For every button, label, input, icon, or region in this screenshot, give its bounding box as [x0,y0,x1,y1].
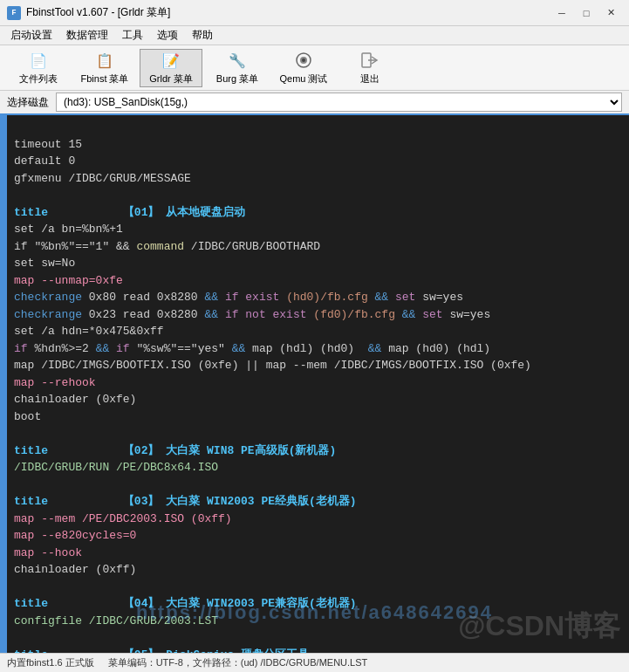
code-blank-1 [14,189,21,202]
code-line-23: map --mem /PE/DBC2003.ISO (0xff) [14,512,232,525]
exit-button[interactable]: 退出 [338,49,401,87]
code-line-7: if "%bn%"=="1" && command /IDBC/GRUB/BOO… [14,240,320,253]
code-blank-3 [14,478,21,491]
menu-data[interactable]: 数据管理 [59,26,115,45]
code-line-13: if %hdn%>=2 && if "%sw%"=="yes" && map (… [14,342,490,355]
title-bar: F FbinstTool v1.607 - [Grldr 菜单] ─ □ ✕ [0,0,629,26]
code-line-25: map --hook [14,546,82,559]
svg-point-2 [302,58,305,62]
code-line-9: map --unmap=0xfe [14,274,123,287]
code-line-19: title 【02】 大白菜 WIN8 PE高级版(新机器) [14,444,336,457]
disk-selector-label: 选择磁盘 [7,95,49,110]
status-middle: 菜单编码：UTF-8，文件路径：(ud) /IDBC/GRUB/MENU.LST [108,656,368,669]
disk-selector-bar: 选择磁盘 (hd3): USB_SanDisk(15g,) [0,91,629,115]
status-bar: 内置fbinst1.6 正式版 菜单编码：UTF-8，文件路径：(ud) /ID… [0,653,629,672]
fbinst-menu-button[interactable]: 📋 Fbinst 菜单 [73,49,136,87]
code-line-8: set sw=No [14,257,75,270]
title-bar-left: F FbinstTool v1.607 - [Grldr 菜单] [7,5,170,20]
code-line-11: checkrange 0x23 read 0x8280 && if not ex… [14,308,490,321]
code-line-20: /IDBC/GRUB/RUN /PE/DBC8x64.ISO [14,461,218,474]
grldr-icon: 📝 [161,50,181,71]
window-title: FbinstTool v1.607 - [Grldr 菜单] [26,5,170,20]
code-line-6: set /a bn=%bn%+1 [14,223,123,236]
app-icon: F [7,6,21,20]
code-blank-5 [14,631,21,644]
code-line-16: chainloader (0xfe) [14,393,136,406]
burg-menu-button[interactable]: 🔧 Burg 菜单 [206,49,269,87]
menu-help[interactable]: 帮助 [185,26,220,45]
qemu-icon [293,50,314,71]
code-editor[interactable]: timeout 15 default 0 gfxmenu /IDBC/GRUB/… [7,115,629,653]
maximize-button[interactable]: □ [575,4,598,22]
code-line-29: configfile /IDBC/GRUB/2003.LST [14,614,218,627]
code-line-3: gfxmenu /IDBC/GRUB/MESSAGE [14,172,191,185]
code-line-2: default 0 [14,154,75,168]
window-controls: ─ □ ✕ [550,4,622,22]
content-area: timeout 15 default 0 gfxmenu /IDBC/GRUB/… [0,115,629,653]
burg-icon: 🔧 [227,50,248,71]
code-line-12: set /a hdn=*0x475&0xff [14,325,164,338]
exit-icon [359,50,380,71]
code-line-1: timeout 15 [14,138,82,151]
code-blank-2 [14,427,21,440]
qemu-test-button[interactable]: Qemu 测试 [272,49,335,87]
menu-options[interactable]: 选项 [150,26,185,45]
code-line-22: title 【03】 大白菜 WIN2003 PE经典版(老机器) [14,495,357,508]
code-line-31: title 【05】 DiskGenius 硬盘分区工具 [14,648,309,654]
code-line-15: map --rehook [14,376,96,389]
code-line-28: title 【04】 大白菜 WIN2003 PE兼容版(老机器) [14,597,357,610]
filelist-icon: 📄 [28,50,49,71]
status-left: 内置fbinst1.6 正式版 [7,656,94,669]
grldr-menu-button[interactable]: 📝 Grldr 菜单 [140,49,202,87]
menu-tools[interactable]: 工具 [115,26,150,45]
code-line-5: title 【01】 从本地硬盘启动 [14,206,245,219]
code-line-26: chainloader (0xff) [14,563,136,576]
fbinst-icon: 📋 [94,50,115,71]
disk-selector-dropdown[interactable]: (hd3): USB_SanDisk(15g,) [56,93,622,112]
code-line-14: map /IDBC/IMGS/BOOTFIX.ISO (0xfe) || map… [14,359,531,372]
left-accent-bar [0,115,7,653]
menu-bar: 启动设置 数据管理 工具 选项 帮助 [0,26,629,45]
filelist-button[interactable]: 📄 文件列表 [7,49,70,87]
code-line-24: map --e820cycles=0 [14,529,136,542]
code-line-17: boot [14,410,41,423]
toolbar: 📄 文件列表 📋 Fbinst 菜单 📝 Grldr 菜单 🔧 Burg 菜单 … [0,45,629,91]
code-line-10: checkrange 0x80 read 0x8280 && if exist … [14,291,463,304]
close-button[interactable]: ✕ [599,4,622,22]
menu-startup[interactable]: 启动设置 [3,26,59,45]
code-blank-4 [14,580,21,593]
minimize-button[interactable]: ─ [550,4,573,22]
